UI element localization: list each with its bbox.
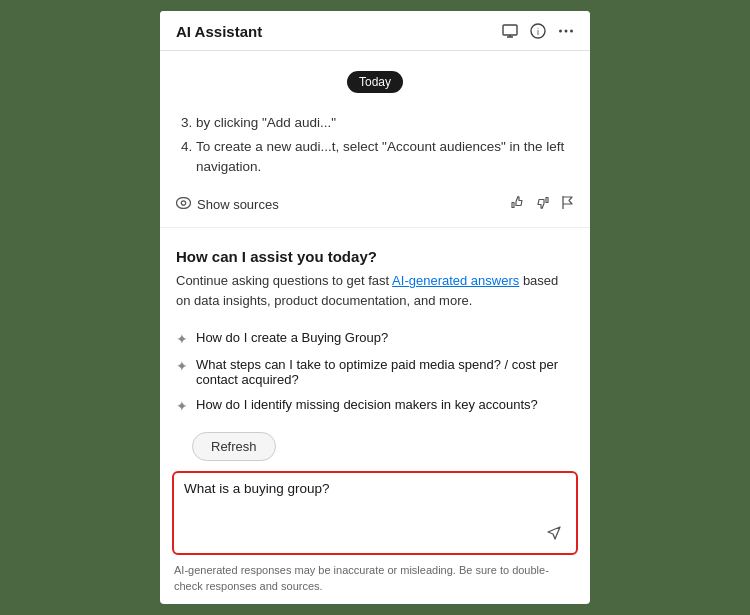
- more-icon[interactable]: [558, 23, 574, 39]
- feedback-icons: [510, 195, 574, 213]
- suggestion-item-3[interactable]: ✦ How do I identify missing decision mak…: [176, 397, 574, 414]
- chat-input[interactable]: [184, 481, 566, 519]
- svg-rect-0: [503, 25, 517, 35]
- refresh-button[interactable]: Refresh: [192, 432, 276, 461]
- show-sources-row[interactable]: Show sources: [160, 187, 590, 219]
- suggestion-item-2[interactable]: ✦ What steps can I take to optimize paid…: [176, 357, 574, 387]
- suggestion-text-1: How do I create a Buying Group?: [196, 330, 388, 345]
- info-icon[interactable]: i: [530, 23, 546, 39]
- svg-point-5: [559, 30, 562, 33]
- panel-title: AI Assistant: [176, 23, 262, 40]
- suggestion-text-2: What steps can I take to optimize paid m…: [196, 357, 574, 387]
- svg-text:i: i: [537, 27, 539, 37]
- suggestion-item-1[interactable]: ✦ How do I create a Buying Group?: [176, 330, 574, 347]
- screen-icon[interactable]: [502, 23, 518, 39]
- ai-answers-link[interactable]: AI-generated answers: [392, 273, 519, 288]
- ai-assistant-panel: AI Assistant i: [160, 11, 590, 605]
- spark-icon-1: ✦: [176, 331, 188, 347]
- svg-point-7: [570, 30, 573, 33]
- message-area: by clicking "Add audi..." To create a ne…: [160, 103, 590, 188]
- assist-title: How can I assist you today?: [176, 248, 574, 265]
- today-wrapper: Today: [160, 61, 590, 99]
- thumbs-down-icon[interactable]: [535, 195, 550, 213]
- assist-description: Continue asking questions to get fast AI…: [176, 271, 574, 310]
- content-area: Today by clicking "Add audi..." To creat…: [160, 51, 590, 605]
- spark-icon-3: ✦: [176, 398, 188, 414]
- send-row: [184, 523, 566, 547]
- thumbs-up-icon[interactable]: [510, 195, 525, 213]
- spark-icon-2: ✦: [176, 358, 188, 374]
- message-item-4: To create a new audi...t, select "Accoun…: [196, 137, 574, 178]
- input-area[interactable]: [172, 471, 578, 555]
- divider: [160, 227, 590, 228]
- today-badge: Today: [347, 71, 403, 93]
- eye-icon: [176, 196, 191, 212]
- show-sources-label: Show sources: [197, 197, 279, 212]
- flag-icon[interactable]: [560, 195, 574, 213]
- refresh-wrapper: Refresh: [160, 414, 590, 471]
- suggestion-text-3: How do I identify missing decision maker…: [196, 397, 538, 412]
- message-item-3: by clicking "Add audi...": [196, 113, 574, 133]
- svg-point-6: [565, 30, 568, 33]
- header: AI Assistant i: [160, 11, 590, 51]
- svg-point-9: [181, 201, 185, 205]
- assist-section: How can I assist you today? Continue ask…: [160, 236, 590, 330]
- assist-desc-before: Continue asking questions to get fast: [176, 273, 392, 288]
- suggestion-list: ✦ How do I create a Buying Group? ✦ What…: [160, 330, 590, 414]
- svg-point-8: [177, 198, 191, 209]
- send-button[interactable]: [542, 523, 566, 547]
- header-icons: i: [502, 23, 574, 39]
- disclaimer: AI-generated responses may be inaccurate…: [160, 563, 590, 604]
